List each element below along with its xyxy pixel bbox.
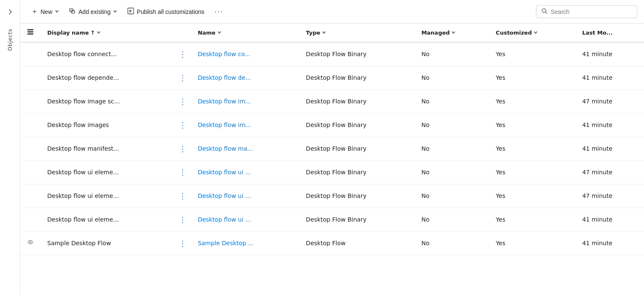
row-display-name[interactable]: Desktop flow manifest... (40, 137, 175, 160)
row-last-modified: 41 minute (575, 66, 644, 89)
row-customized: Yes (489, 160, 576, 184)
table-row: Sample Desktop Flow ⋮ Sample Desktop ...… (20, 231, 644, 255)
row-last-modified: 41 minute (575, 208, 644, 231)
th-select[interactable] (20, 24, 40, 42)
row-more-button[interactable]: ⋮ (177, 48, 189, 60)
search-input[interactable] (551, 8, 632, 15)
row-more-button[interactable]: ⋮ (177, 166, 189, 179)
th-name[interactable]: Name (191, 24, 299, 42)
row-display-name[interactable]: Desktop flow ui eleme... (40, 208, 175, 231)
row-last-modified: 47 minute (575, 89, 644, 113)
row-name: Desktop flow ma... (191, 137, 299, 160)
svg-point-9 (28, 241, 33, 244)
row-more-cell[interactable]: ⋮ (175, 89, 191, 113)
objects-table: Display name ↑ Name (20, 24, 644, 255)
th-display-name-sort-down (97, 30, 101, 36)
row-customized: Yes (489, 184, 576, 208)
row-more-button[interactable]: ⋮ (177, 95, 189, 108)
svg-rect-2 (128, 8, 134, 14)
th-display-name-label: Display name (47, 30, 89, 36)
row-more-cell[interactable]: ⋮ (175, 208, 191, 231)
row-display-name[interactable]: Desktop flow connect... (40, 42, 175, 66)
row-more-button[interactable]: ⋮ (177, 119, 189, 131)
toolbar: ＋ New Add existing (20, 0, 644, 24)
row-icon-cell (20, 184, 40, 208)
table-row: Desktop flow ui eleme... ⋮ Desktop flow … (20, 160, 644, 184)
th-managed[interactable]: Managed (415, 24, 489, 42)
th-managed-chevron (451, 30, 455, 36)
row-managed: No (415, 66, 489, 89)
publish-label: Publish all customizations (137, 8, 204, 15)
row-more-button[interactable]: ⋮ (177, 237, 189, 249)
row-managed: No (415, 42, 489, 66)
row-last-modified: 41 minute (575, 231, 644, 255)
row-display-name[interactable]: Desktop flow image sc... (40, 89, 175, 113)
row-type: Desktop Flow Binary (299, 160, 415, 184)
th-name-label: Name (198, 30, 216, 36)
row-type: Desktop Flow Binary (299, 137, 415, 160)
row-type: Desktop Flow Binary (299, 184, 415, 208)
row-more-cell[interactable]: ⋮ (175, 42, 191, 66)
row-more-cell[interactable]: ⋮ (175, 184, 191, 208)
th-display-name-sort-up: ↑ (91, 30, 95, 36)
more-options-button[interactable]: ··· (210, 5, 228, 19)
row-icon-cell (20, 231, 40, 255)
th-type[interactable]: Type (299, 24, 415, 42)
row-managed: No (415, 137, 489, 160)
add-existing-icon (69, 8, 76, 16)
th-name-chevron (217, 30, 221, 36)
row-managed: No (415, 208, 489, 231)
row-customized: Yes (489, 89, 576, 113)
th-type-chevron (322, 30, 326, 36)
plus-icon: ＋ (31, 7, 38, 16)
row-more-button[interactable]: ⋮ (177, 190, 189, 202)
row-display-name[interactable]: Desktop flow ui eleme... (40, 184, 175, 208)
row-type: Desktop Flow Binary (299, 89, 415, 113)
new-button[interactable]: ＋ New (27, 5, 63, 19)
row-display-name[interactable]: Desktop flow images (40, 113, 175, 137)
row-name: Desktop flow co... (191, 42, 299, 66)
row-more-cell[interactable]: ⋮ (175, 66, 191, 89)
row-icon-cell (20, 113, 40, 137)
row-customized: Yes (489, 208, 576, 231)
row-name: Desktop flow de... (191, 66, 299, 89)
row-more-cell[interactable]: ⋮ (175, 137, 191, 160)
row-icon-cell (20, 160, 40, 184)
row-customized: Yes (489, 66, 576, 89)
svg-rect-8 (27, 33, 33, 35)
add-existing-label: Add existing (78, 8, 110, 15)
search-box[interactable] (536, 5, 637, 18)
row-display-name[interactable]: Sample Desktop Flow (40, 231, 175, 255)
row-name: Sample Desktop ... (191, 231, 299, 255)
row-more-cell[interactable]: ⋮ (175, 113, 191, 137)
sidebar-expand-button[interactable] (3, 5, 17, 19)
row-type: Desktop Flow Binary (299, 113, 415, 137)
add-existing-button[interactable]: Add existing (65, 5, 121, 18)
row-more-button[interactable]: ⋮ (177, 143, 189, 155)
row-last-modified: 41 minute (575, 113, 644, 137)
row-more-cell[interactable]: ⋮ (175, 231, 191, 255)
row-name: Desktop flow ui ... (191, 208, 299, 231)
th-last-modified[interactable]: Last Mo... (575, 24, 644, 42)
row-type: Desktop Flow Binary (299, 66, 415, 89)
row-display-name[interactable]: Desktop flow ui eleme... (40, 160, 175, 184)
table-row: Desktop flow images ⋮ Desktop flow im...… (20, 113, 644, 137)
main-content: ＋ New Add existing (20, 0, 644, 295)
row-customized: Yes (489, 137, 576, 160)
th-customized[interactable]: Customized (489, 24, 576, 42)
search-icon (542, 8, 547, 15)
row-type: Desktop Flow Binary (299, 208, 415, 231)
row-customized: Yes (489, 231, 576, 255)
svg-rect-7 (27, 31, 33, 32)
row-more-button[interactable]: ⋮ (177, 72, 189, 84)
row-display-name[interactable]: Desktop flow depende... (40, 66, 175, 89)
th-display-name[interactable]: Display name ↑ (40, 24, 175, 42)
row-more-button[interactable]: ⋮ (177, 214, 189, 226)
publish-button[interactable]: Publish all customizations (123, 5, 208, 18)
row-type: Desktop Flow Binary (299, 42, 415, 66)
row-more-cell[interactable]: ⋮ (175, 160, 191, 184)
row-last-modified: 41 minute (575, 137, 644, 160)
table-row: Desktop flow connect... ⋮ Desktop flow c… (20, 42, 644, 66)
svg-point-10 (30, 241, 31, 243)
row-icon-cell (20, 66, 40, 89)
